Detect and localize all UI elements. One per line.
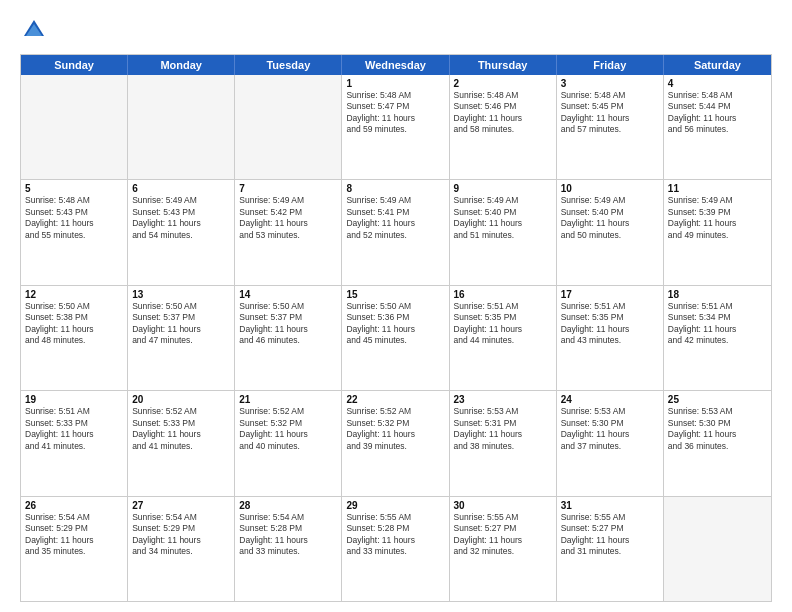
day-number: 21 (239, 394, 337, 405)
day-number: 6 (132, 183, 230, 194)
day-number: 19 (25, 394, 123, 405)
calendar-day-24: 24Sunrise: 5:53 AM Sunset: 5:30 PM Dayli… (557, 391, 664, 495)
calendar-day-9: 9Sunrise: 5:49 AM Sunset: 5:40 PM Daylig… (450, 180, 557, 284)
calendar-header: SundayMondayTuesdayWednesdayThursdayFrid… (21, 55, 771, 75)
day-details: Sunrise: 5:49 AM Sunset: 5:41 PM Dayligh… (346, 195, 444, 241)
calendar-day-30: 30Sunrise: 5:55 AM Sunset: 5:27 PM Dayli… (450, 497, 557, 601)
calendar-day-19: 19Sunrise: 5:51 AM Sunset: 5:33 PM Dayli… (21, 391, 128, 495)
day-details: Sunrise: 5:53 AM Sunset: 5:30 PM Dayligh… (561, 406, 659, 452)
day-number: 5 (25, 183, 123, 194)
day-details: Sunrise: 5:49 AM Sunset: 5:43 PM Dayligh… (132, 195, 230, 241)
day-number: 16 (454, 289, 552, 300)
weekday-header-thursday: Thursday (450, 55, 557, 75)
day-number: 15 (346, 289, 444, 300)
calendar-day-10: 10Sunrise: 5:49 AM Sunset: 5:40 PM Dayli… (557, 180, 664, 284)
day-details: Sunrise: 5:49 AM Sunset: 5:42 PM Dayligh… (239, 195, 337, 241)
day-number: 20 (132, 394, 230, 405)
day-details: Sunrise: 5:51 AM Sunset: 5:35 PM Dayligh… (454, 301, 552, 347)
calendar-day-13: 13Sunrise: 5:50 AM Sunset: 5:37 PM Dayli… (128, 286, 235, 390)
calendar-day-14: 14Sunrise: 5:50 AM Sunset: 5:37 PM Dayli… (235, 286, 342, 390)
day-number: 8 (346, 183, 444, 194)
day-details: Sunrise: 5:48 AM Sunset: 5:45 PM Dayligh… (561, 90, 659, 136)
day-number: 14 (239, 289, 337, 300)
day-details: Sunrise: 5:54 AM Sunset: 5:29 PM Dayligh… (132, 512, 230, 558)
day-number: 17 (561, 289, 659, 300)
calendar-day-23: 23Sunrise: 5:53 AM Sunset: 5:31 PM Dayli… (450, 391, 557, 495)
day-number: 25 (668, 394, 767, 405)
day-details: Sunrise: 5:54 AM Sunset: 5:29 PM Dayligh… (25, 512, 123, 558)
day-details: Sunrise: 5:48 AM Sunset: 5:44 PM Dayligh… (668, 90, 767, 136)
day-number: 31 (561, 500, 659, 511)
weekday-header-sunday: Sunday (21, 55, 128, 75)
day-details: Sunrise: 5:55 AM Sunset: 5:28 PM Dayligh… (346, 512, 444, 558)
logo (20, 16, 52, 44)
weekday-header-wednesday: Wednesday (342, 55, 449, 75)
calendar-cell-empty (664, 497, 771, 601)
calendar-day-16: 16Sunrise: 5:51 AM Sunset: 5:35 PM Dayli… (450, 286, 557, 390)
calendar-cell-empty (235, 75, 342, 179)
calendar-day-8: 8Sunrise: 5:49 AM Sunset: 5:41 PM Daylig… (342, 180, 449, 284)
day-details: Sunrise: 5:49 AM Sunset: 5:40 PM Dayligh… (454, 195, 552, 241)
day-details: Sunrise: 5:50 AM Sunset: 5:37 PM Dayligh… (239, 301, 337, 347)
calendar-body: 1Sunrise: 5:48 AM Sunset: 5:47 PM Daylig… (21, 75, 771, 601)
calendar-day-1: 1Sunrise: 5:48 AM Sunset: 5:47 PM Daylig… (342, 75, 449, 179)
day-details: Sunrise: 5:51 AM Sunset: 5:35 PM Dayligh… (561, 301, 659, 347)
calendar-day-15: 15Sunrise: 5:50 AM Sunset: 5:36 PM Dayli… (342, 286, 449, 390)
day-details: Sunrise: 5:53 AM Sunset: 5:30 PM Dayligh… (668, 406, 767, 452)
weekday-header-saturday: Saturday (664, 55, 771, 75)
day-number: 22 (346, 394, 444, 405)
day-details: Sunrise: 5:52 AM Sunset: 5:32 PM Dayligh… (239, 406, 337, 452)
logo-icon (20, 16, 48, 44)
day-number: 4 (668, 78, 767, 89)
calendar: SundayMondayTuesdayWednesdayThursdayFrid… (20, 54, 772, 602)
day-details: Sunrise: 5:48 AM Sunset: 5:47 PM Dayligh… (346, 90, 444, 136)
calendar-day-27: 27Sunrise: 5:54 AM Sunset: 5:29 PM Dayli… (128, 497, 235, 601)
day-number: 26 (25, 500, 123, 511)
day-details: Sunrise: 5:52 AM Sunset: 5:32 PM Dayligh… (346, 406, 444, 452)
day-details: Sunrise: 5:55 AM Sunset: 5:27 PM Dayligh… (454, 512, 552, 558)
day-details: Sunrise: 5:50 AM Sunset: 5:38 PM Dayligh… (25, 301, 123, 347)
calendar-day-3: 3Sunrise: 5:48 AM Sunset: 5:45 PM Daylig… (557, 75, 664, 179)
day-number: 1 (346, 78, 444, 89)
calendar-cell-empty (21, 75, 128, 179)
day-details: Sunrise: 5:50 AM Sunset: 5:37 PM Dayligh… (132, 301, 230, 347)
page: SundayMondayTuesdayWednesdayThursdayFrid… (0, 0, 792, 612)
calendar-day-20: 20Sunrise: 5:52 AM Sunset: 5:33 PM Dayli… (128, 391, 235, 495)
day-details: Sunrise: 5:48 AM Sunset: 5:46 PM Dayligh… (454, 90, 552, 136)
day-number: 18 (668, 289, 767, 300)
day-details: Sunrise: 5:51 AM Sunset: 5:34 PM Dayligh… (668, 301, 767, 347)
day-details: Sunrise: 5:52 AM Sunset: 5:33 PM Dayligh… (132, 406, 230, 452)
day-details: Sunrise: 5:55 AM Sunset: 5:27 PM Dayligh… (561, 512, 659, 558)
calendar-day-25: 25Sunrise: 5:53 AM Sunset: 5:30 PM Dayli… (664, 391, 771, 495)
calendar-week-3: 12Sunrise: 5:50 AM Sunset: 5:38 PM Dayli… (21, 286, 771, 391)
calendar-day-6: 6Sunrise: 5:49 AM Sunset: 5:43 PM Daylig… (128, 180, 235, 284)
day-number: 9 (454, 183, 552, 194)
day-number: 28 (239, 500, 337, 511)
day-details: Sunrise: 5:51 AM Sunset: 5:33 PM Dayligh… (25, 406, 123, 452)
calendar-week-2: 5Sunrise: 5:48 AM Sunset: 5:43 PM Daylig… (21, 180, 771, 285)
day-number: 23 (454, 394, 552, 405)
calendar-week-4: 19Sunrise: 5:51 AM Sunset: 5:33 PM Dayli… (21, 391, 771, 496)
day-number: 7 (239, 183, 337, 194)
calendar-day-29: 29Sunrise: 5:55 AM Sunset: 5:28 PM Dayli… (342, 497, 449, 601)
day-number: 3 (561, 78, 659, 89)
calendar-day-4: 4Sunrise: 5:48 AM Sunset: 5:44 PM Daylig… (664, 75, 771, 179)
day-number: 24 (561, 394, 659, 405)
calendar-cell-empty (128, 75, 235, 179)
day-number: 27 (132, 500, 230, 511)
calendar-day-22: 22Sunrise: 5:52 AM Sunset: 5:32 PM Dayli… (342, 391, 449, 495)
calendar-day-7: 7Sunrise: 5:49 AM Sunset: 5:42 PM Daylig… (235, 180, 342, 284)
calendar-week-5: 26Sunrise: 5:54 AM Sunset: 5:29 PM Dayli… (21, 497, 771, 601)
calendar-day-12: 12Sunrise: 5:50 AM Sunset: 5:38 PM Dayli… (21, 286, 128, 390)
day-number: 29 (346, 500, 444, 511)
weekday-header-tuesday: Tuesday (235, 55, 342, 75)
day-number: 13 (132, 289, 230, 300)
calendar-week-1: 1Sunrise: 5:48 AM Sunset: 5:47 PM Daylig… (21, 75, 771, 180)
calendar-day-17: 17Sunrise: 5:51 AM Sunset: 5:35 PM Dayli… (557, 286, 664, 390)
calendar-day-21: 21Sunrise: 5:52 AM Sunset: 5:32 PM Dayli… (235, 391, 342, 495)
day-details: Sunrise: 5:48 AM Sunset: 5:43 PM Dayligh… (25, 195, 123, 241)
day-details: Sunrise: 5:54 AM Sunset: 5:28 PM Dayligh… (239, 512, 337, 558)
weekday-header-monday: Monday (128, 55, 235, 75)
calendar-day-11: 11Sunrise: 5:49 AM Sunset: 5:39 PM Dayli… (664, 180, 771, 284)
header (20, 16, 772, 44)
